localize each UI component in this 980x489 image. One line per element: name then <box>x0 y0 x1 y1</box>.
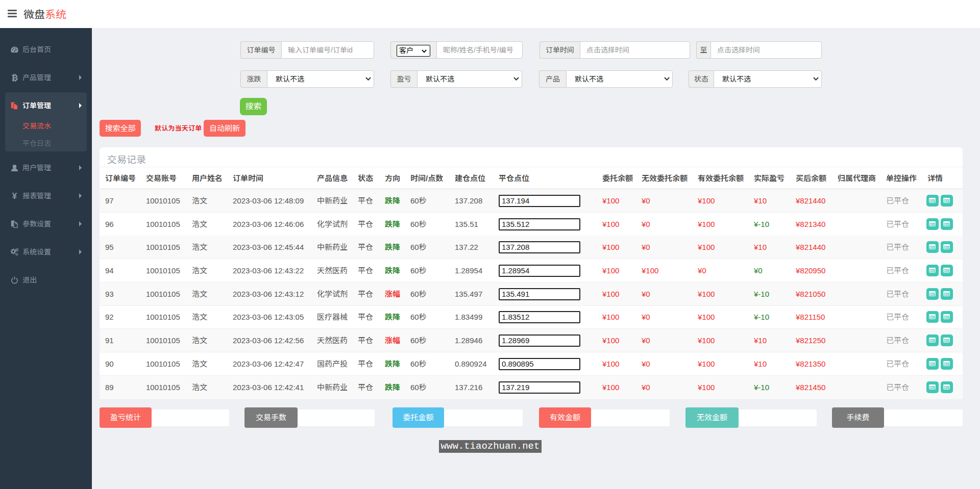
svg-text:¥: ¥ <box>12 192 17 200</box>
